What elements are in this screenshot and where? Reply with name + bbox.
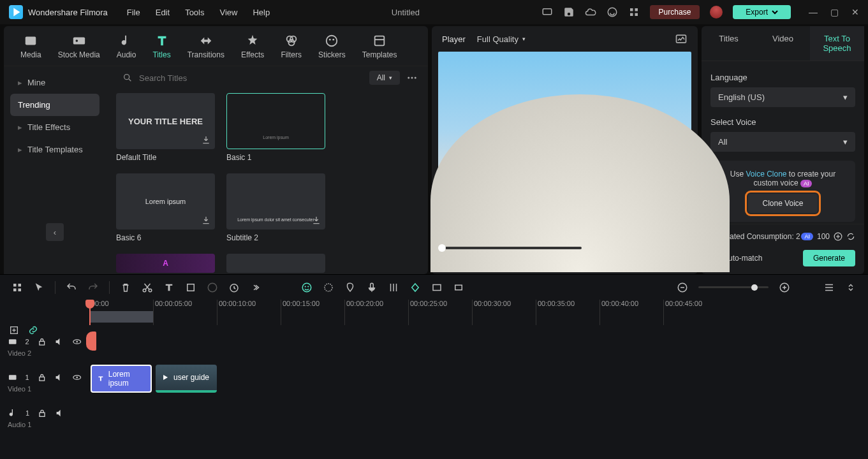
- title-thumb-partial1[interactable]: A: [116, 254, 215, 273]
- tts-language-select[interactable]: English (US)▾: [710, 87, 855, 107]
- tl-undo-icon[interactable]: [66, 282, 77, 293]
- rtab-titles[interactable]: Titles: [702, 26, 756, 61]
- close-button[interactable]: ✕: [851, 7, 859, 17]
- playhead[interactable]: [89, 300, 91, 325]
- cloud-icon[interactable]: [585, 6, 596, 18]
- timeline-ruler[interactable]: 00:00 00:00:05:00 00:00:10:00 00:00:15:0…: [89, 300, 868, 325]
- add-credits-icon[interactable]: [834, 232, 842, 241]
- support-icon[interactable]: [607, 6, 618, 18]
- tl-select-icon[interactable]: [11, 282, 23, 293]
- tl-render-icon[interactable]: [431, 282, 443, 293]
- generate-button[interactable]: Generate: [803, 250, 855, 266]
- track-head-video1[interactable]: 1 Video 1: [0, 368, 89, 404]
- more-options-icon[interactable]: [406, 72, 418, 84]
- seek-bar[interactable]: [442, 247, 582, 249]
- tab-stickers[interactable]: Stickers: [313, 31, 351, 66]
- tl-mixer-icon[interactable]: [388, 282, 399, 293]
- purchase-button[interactable]: Purchase: [650, 5, 700, 19]
- tl-more-icon[interactable]: [250, 282, 261, 293]
- cat-title-templates[interactable]: ▸Title Templates: [10, 138, 99, 161]
- tl-redo-icon[interactable]: [87, 282, 99, 293]
- tl-link-icon[interactable]: [28, 325, 38, 335]
- clip-video[interactable]: user guide: [156, 365, 217, 393]
- search-titles-input[interactable]: [116, 69, 363, 87]
- rtab-video[interactable]: Video: [756, 26, 810, 61]
- title-thumb-default[interactable]: YOUR TITLE HERE Default Title: [116, 93, 215, 162]
- user-avatar[interactable]: [710, 6, 723, 18]
- minimize-button[interactable]: —: [809, 7, 818, 17]
- cat-mine[interactable]: ▸Mine: [10, 71, 99, 94]
- download-icon[interactable]: [311, 215, 321, 226]
- tl-cursor-icon[interactable]: [33, 282, 45, 293]
- tl-cut-icon[interactable]: [142, 282, 153, 293]
- tl-speed-icon[interactable]: [207, 282, 218, 293]
- save-icon[interactable]: [563, 6, 575, 18]
- lock-icon[interactable]: [37, 408, 47, 418]
- tab-effects[interactable]: Effects: [236, 31, 269, 66]
- lane-audio1[interactable]: [89, 397, 868, 432]
- track-head-video2[interactable]: 2 Video 2: [0, 333, 89, 368]
- preview-viewport[interactable]: [438, 52, 691, 238]
- lock-icon[interactable]: [37, 372, 47, 382]
- menu-help[interactable]: Help: [253, 8, 270, 17]
- tl-ai-icon[interactable]: [301, 282, 313, 293]
- title-thumb-subtitle2[interactable]: Lorem ipsum dolor sit amet consecuter Su…: [226, 173, 325, 242]
- device-icon[interactable]: [541, 6, 553, 18]
- mute-icon[interactable]: [54, 337, 64, 347]
- tl-expand-icon[interactable]: [845, 282, 857, 293]
- clip-title[interactable]: Lorem ipsum: [91, 365, 152, 393]
- maximize-button[interactable]: ▢: [830, 7, 839, 17]
- preview-quality-dropdown[interactable]: Full Quality▾: [477, 34, 526, 44]
- eye-icon[interactable]: [72, 337, 82, 347]
- clone-voice-button[interactable]: Clone Voice: [748, 194, 817, 213]
- timeline-selection[interactable]: [89, 311, 153, 323]
- download-icon[interactable]: [201, 215, 211, 226]
- menu-edit[interactable]: Edit: [156, 8, 170, 17]
- lane-video1[interactable]: Lorem ipsum user guide: [89, 361, 868, 397]
- eye-icon[interactable]: [72, 372, 82, 382]
- tab-audio[interactable]: Audio: [112, 31, 142, 66]
- refresh-icon[interactable]: [846, 232, 855, 241]
- menu-view[interactable]: View: [219, 8, 237, 17]
- tl-mic-icon[interactable]: [366, 282, 378, 293]
- preview-snapshot-icon[interactable]: [675, 33, 688, 45]
- lock-icon[interactable]: [37, 337, 47, 347]
- tl-addtrack-icon[interactable]: [9, 325, 19, 335]
- mute-icon[interactable]: [55, 408, 65, 418]
- clip-start-marker[interactable]: [86, 332, 96, 351]
- tts-voice-select[interactable]: All▾: [710, 132, 855, 152]
- cat-title-effects[interactable]: ▸Title Effects: [10, 116, 99, 138]
- tl-keyframe-icon[interactable]: [409, 282, 421, 293]
- title-thumb-partial2[interactable]: [226, 254, 325, 273]
- tl-marker-icon[interactable]: [344, 282, 356, 293]
- tl-list-icon[interactable]: [823, 282, 835, 293]
- tab-media[interactable]: Media: [15, 31, 47, 66]
- tl-timer-icon[interactable]: [228, 282, 240, 293]
- title-thumb-basic6[interactable]: Lorem ipsum Basic 6: [116, 173, 215, 242]
- apps-icon[interactable]: [628, 6, 640, 18]
- tab-templates[interactable]: Templates: [357, 31, 402, 66]
- menu-tools[interactable]: Tools: [185, 8, 204, 17]
- voice-clone-link[interactable]: Voice Clone: [746, 170, 786, 178]
- export-button[interactable]: Export: [733, 5, 791, 19]
- tab-stock-media[interactable]: Stock Media: [53, 31, 105, 66]
- tab-transitions[interactable]: Transitions: [182, 31, 230, 66]
- lane-video2[interactable]: [89, 325, 868, 361]
- filter-dropdown[interactable]: All▾: [369, 71, 400, 85]
- tl-gear-icon[interactable]: [323, 282, 334, 293]
- menu-file[interactable]: File: [127, 8, 140, 17]
- download-icon[interactable]: [201, 135, 211, 145]
- tab-filters[interactable]: Filters: [276, 31, 307, 66]
- title-thumb-basic1[interactable]: Lorem ipsum Basic 1: [226, 93, 325, 162]
- rtab-tts[interactable]: Text To Speech: [810, 26, 864, 61]
- tl-frame-icon[interactable]: [453, 282, 464, 293]
- tl-zoomin-icon[interactable]: [779, 282, 790, 293]
- mute-icon[interactable]: [54, 372, 64, 382]
- tl-zoom-slider[interactable]: [698, 286, 769, 288]
- track-head-audio1[interactable]: 1 Audio 1: [0, 404, 89, 440]
- tab-titles[interactable]: Titles: [147, 31, 175, 66]
- cat-trending[interactable]: Trending: [10, 94, 99, 116]
- tl-delete-icon[interactable]: [120, 282, 131, 293]
- tl-crop-icon[interactable]: [185, 282, 196, 293]
- tl-text-icon[interactable]: [163, 282, 175, 293]
